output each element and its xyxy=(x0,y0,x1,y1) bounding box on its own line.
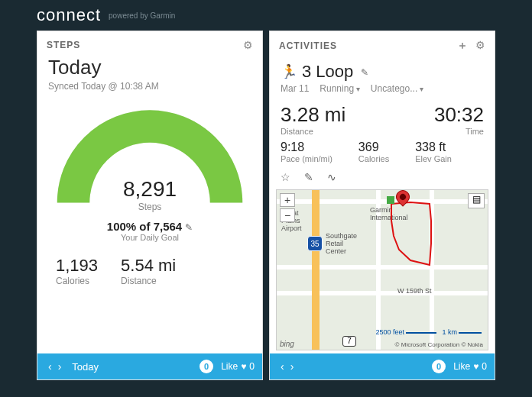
activity-elev-label: Elev Gain xyxy=(415,154,452,163)
comment-bubble[interactable]: 0 xyxy=(432,360,446,373)
activity-date: Mar 11 xyxy=(281,83,309,94)
brand-powered: powered by Garmin xyxy=(109,11,175,20)
steps-main-title: Today xyxy=(37,56,262,79)
zoom-out-button[interactable]: − xyxy=(280,208,295,222)
activity-time-label: Time xyxy=(434,127,484,136)
like-button[interactable]: Like ♥ 0 xyxy=(453,361,487,372)
distance-stat: 5.54 mi Distance xyxy=(121,256,176,286)
route-map[interactable]: 35 7 Great Plains Airport Garmin Interna… xyxy=(276,189,488,350)
steps-panel: STEPS Today Synced Today @ 10:38 AM 8,29… xyxy=(37,31,263,380)
layers-icon[interactable]: ▤ xyxy=(468,193,485,208)
next-day-icon[interactable]: › xyxy=(55,360,65,373)
gear-icon[interactable] xyxy=(475,39,485,53)
goal-sub: Your Daily Goal xyxy=(37,233,262,242)
activity-time: 30:32 xyxy=(434,103,484,127)
like-button[interactable]: Like ♥ 0 xyxy=(221,361,255,372)
activity-pace: 9:18 xyxy=(281,140,332,154)
activities-title: ACTIVITIES xyxy=(279,40,337,51)
footer-day-label: Today xyxy=(72,361,200,373)
activity-elev: 338 ft xyxy=(415,140,452,154)
calories-label: Calories xyxy=(56,276,98,286)
activity-distance-label: Distance xyxy=(281,127,345,136)
zoom-in-button[interactable]: + xyxy=(280,193,295,207)
next-activity-icon[interactable]: › xyxy=(287,360,297,373)
calories-value: 1,193 xyxy=(56,256,98,276)
steps-label: Steps xyxy=(37,202,262,212)
chart-icon[interactable]: ∿ xyxy=(327,171,336,183)
sync-status: Synced Today @ 10:38 AM xyxy=(37,79,262,96)
steps-value: 8,291 xyxy=(37,177,262,202)
activities-panel: ACTIVITIES 3 Loop Mar 11 Running Uncateg… xyxy=(269,31,495,380)
add-activity-icon[interactable] xyxy=(457,39,468,53)
heart-icon: ♥ xyxy=(241,361,246,372)
activity-calories-label: Calories xyxy=(358,154,389,163)
activity-category-dropdown[interactable]: Uncatego... xyxy=(371,83,423,94)
edit-activity-icon[interactable] xyxy=(358,65,368,79)
steps-footer: ‹ › Today 0 Like ♥ 0 xyxy=(37,353,262,379)
prev-day-icon[interactable]: ‹ xyxy=(45,360,55,373)
gear-icon[interactable] xyxy=(243,39,253,51)
like-count: 0 xyxy=(482,361,487,372)
goal-line[interactable]: 100% of 7,564 xyxy=(37,220,262,233)
running-icon xyxy=(281,63,297,80)
activity-calories: 369 xyxy=(358,140,389,154)
start-flag-icon xyxy=(387,196,394,204)
map-scale: 2500 feet 1 km xyxy=(375,328,482,336)
comment-bubble[interactable]: 0 xyxy=(200,360,213,373)
favorite-icon[interactable]: ☆ xyxy=(281,171,290,183)
prev-activity-icon[interactable]: ‹ xyxy=(277,360,287,373)
brand-logo: connect xyxy=(37,5,101,25)
activity-pace-label: Pace (min/mi) xyxy=(281,154,332,163)
gps-route xyxy=(277,190,488,305)
like-label: Like xyxy=(453,361,470,372)
distance-value: 5.54 mi xyxy=(121,256,176,276)
edit-icon[interactable]: ✎ xyxy=(304,171,313,183)
steps-title: STEPS xyxy=(47,40,80,50)
like-count: 0 xyxy=(249,361,255,372)
map-attribution: © Microsoft Corporation © Nokia xyxy=(395,341,483,348)
activity-distance: 3.28 mi xyxy=(281,103,345,127)
bing-logo: bing xyxy=(280,340,294,348)
distance-label: Distance xyxy=(121,276,176,286)
calories-stat: 1,193 Calories xyxy=(56,256,98,286)
activity-name: 3 Loop xyxy=(302,62,353,82)
route-shield: 7 xyxy=(342,336,356,347)
activity-type-dropdown[interactable]: Running xyxy=(320,83,359,94)
heart-icon: ♥ xyxy=(473,361,478,372)
activities-footer: ‹ › 0 Like ♥ 0 xyxy=(270,353,495,379)
like-label: Like xyxy=(221,361,238,372)
